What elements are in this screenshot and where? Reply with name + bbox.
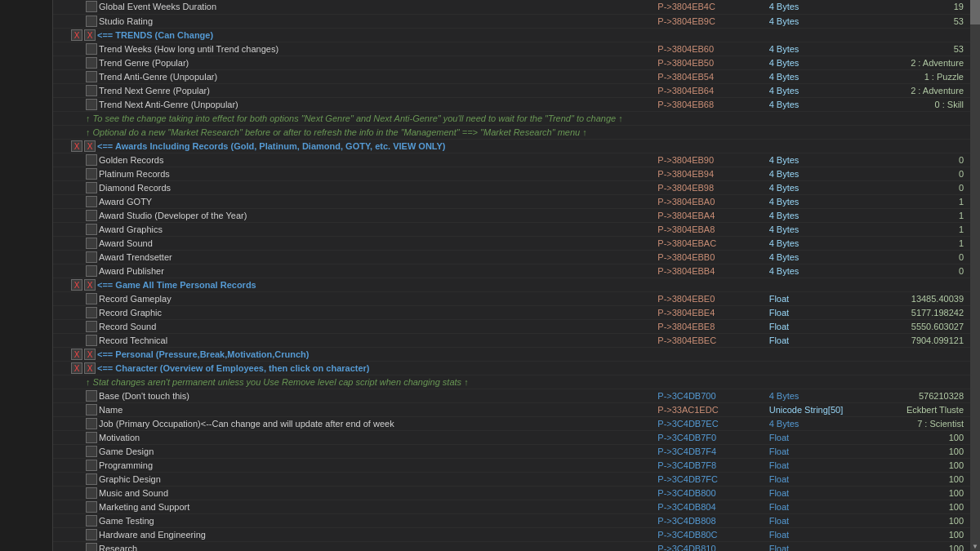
value-cell[interactable]: 19 [877,0,980,14]
table-row[interactable]: Award Studio (Developer of the Year)P->3… [53,208,980,222]
table-row[interactable]: Trend Anti-Genre (Unpopular)P->3804EB544… [53,69,980,83]
row-checkbox-x[interactable]: X [84,279,96,291]
table-row[interactable]: Game DesignP->3C4DB7F4Float100 [53,444,980,458]
value-cell[interactable]: 100 [877,527,980,541]
row-checkbox[interactable] [86,57,97,69]
value-cell[interactable]: 100 [877,500,980,513]
value-cell[interactable]: 100 [877,486,980,500]
row-checkbox-x[interactable]: X [84,349,96,360]
row-checkbox-x[interactable]: X [71,349,82,360]
row-checkbox[interactable] [86,43,97,55]
value-cell[interactable]: 0 [877,250,980,264]
table-row[interactable]: Award SoundP->3804EBAC4 Bytes1 [53,236,980,250]
table-row[interactable]: Record TechnicalP->3804EBECFloat7904.099… [53,333,980,347]
row-checkbox[interactable] [86,390,97,402]
value-cell[interactable]: 2 : Adventure [877,83,980,97]
row-checkbox-x[interactable]: X [71,29,82,41]
value-cell[interactable]: 0 : Skill [877,97,980,111]
row-checkbox-x[interactable]: X [84,29,96,41]
table-row[interactable]: Award TrendsetterP->3804EBB04 Bytes0 [53,250,980,264]
row-checkbox-x[interactable]: X [84,140,96,152]
value-cell[interactable]: 1 [877,222,980,236]
value-cell[interactable]: 1 [877,208,980,222]
row-checkbox[interactable] [86,404,97,415]
table-row[interactable]: Hardware and EngineeringP->3C4DB80CFloat… [53,527,980,541]
table-row[interactable]: Award PublisherP->3804EBB44 Bytes0 [53,264,980,278]
row-checkbox[interactable] [86,238,97,249]
row-checkbox[interactable] [86,307,97,318]
value-cell[interactable]: 5550.603027 [877,319,980,333]
table-row[interactable]: Record GameplayP->3804EBE0Float13485.400… [53,291,980,305]
table-row[interactable]: Marketing and SupportP->3C4DB804Float100 [53,500,980,513]
value-cell[interactable]: 2 : Adventure [877,56,980,69]
row-checkbox[interactable] [86,99,97,110]
row-checkbox[interactable] [86,321,97,332]
table-row[interactable]: Job (Primary Occupation)<--Can change an… [53,416,980,430]
row-checkbox[interactable] [86,418,97,429]
table-row[interactable]: Trend Next Genre (Popular)P->3804EB644 B… [53,83,980,97]
row-checkbox[interactable] [86,154,97,166]
row-checkbox[interactable] [86,71,97,82]
row-checkbox[interactable] [86,16,97,27]
table-row[interactable]: Music and SoundP->3C4DB800Float100 [53,486,980,500]
vertical-scrollbar[interactable]: ▲ ▼ [970,0,980,551]
row-checkbox[interactable] [86,543,97,552]
table-row[interactable]: Graphic DesignP->3C4DB7FCFloat100 [53,472,980,486]
scroll-down-arrow[interactable]: ▼ [970,541,980,551]
row-checkbox[interactable] [86,85,97,96]
table-row[interactable]: Global Event Weeks DurationP->3804EB4C4 … [53,0,980,14]
row-checkbox-x[interactable]: X [71,362,82,374]
row-checkbox[interactable] [86,168,97,180]
value-cell[interactable]: 1 [877,236,980,250]
row-checkbox-x[interactable]: X [84,362,96,374]
row-checkbox-x[interactable]: X [71,140,82,152]
table-row[interactable]: ResearchP->3C4DB810Float100 [53,541,980,551]
value-cell[interactable]: 100 [877,430,980,444]
value-cell[interactable]: 100 [877,513,980,527]
row-checkbox[interactable] [86,265,97,277]
value-cell[interactable]: 53 [877,42,980,56]
table-row[interactable]: Trend Next Anti-Genre (Unpopular)P->3804… [53,97,980,111]
value-cell[interactable]: 100 [877,458,980,472]
table-row[interactable]: Trend Genre (Popular)P->3804EB504 Bytes2… [53,56,980,69]
row-checkbox[interactable] [86,515,97,527]
value-cell[interactable]: 0 [877,180,980,194]
table-row[interactable]: Platinum RecordsP->3804EB944 Bytes0 [53,167,980,180]
value-cell[interactable]: 7904.099121 [877,333,980,347]
table-row[interactable]: Game TestingP->3C4DB808Float100 [53,513,980,527]
table-row[interactable]: Trend Weeks (How long until Trend change… [53,42,980,56]
row-checkbox[interactable] [86,487,97,499]
row-checkbox[interactable] [86,224,97,235]
value-cell[interactable]: 100 [877,444,980,458]
value-cell[interactable]: Eckbert Tluste [877,402,980,416]
row-checkbox[interactable] [86,210,97,221]
value-cell[interactable]: 100 [877,472,980,486]
value-cell[interactable]: 100 [877,541,980,551]
table-row[interactable]: Award GraphicsP->3804EBA84 Bytes1 [53,222,980,236]
value-cell[interactable]: 5177.198242 [877,305,980,319]
value-cell[interactable]: 0 [877,264,980,278]
table-row[interactable]: Record SoundP->3804EBE8Float5550.603027 [53,319,980,333]
table-row[interactable]: Golden RecordsP->3804EB904 Bytes0 [53,153,980,167]
value-cell[interactable]: 13485.40039 [877,291,980,305]
table-row[interactable]: Diamond RecordsP->3804EB984 Bytes0 [53,180,980,194]
row-checkbox[interactable] [86,196,97,207]
row-checkbox[interactable] [86,460,97,471]
row-checkbox[interactable] [86,251,97,263]
value-cell[interactable]: 1 [877,194,980,208]
table-row[interactable]: Award GOTYP->3804EBA04 Bytes1 [53,194,980,208]
value-cell[interactable]: 53 [877,14,980,28]
table-row[interactable]: Base (Don't touch this)P->3C4DB7004 Byte… [53,389,980,402]
row-checkbox[interactable] [86,473,97,485]
row-checkbox-x[interactable]: X [71,279,82,291]
value-cell[interactable]: 0 [877,167,980,180]
table-row[interactable]: ProgrammingP->3C4DB7F8Float100 [53,458,980,472]
value-cell[interactable]: 1 : Puzzle [877,69,980,83]
scroll-area[interactable]: Global Event Weeks DurationP->3804EB4C4 … [53,0,980,551]
row-checkbox[interactable] [86,182,97,193]
table-row[interactable]: NameP->33AC1EDCUnicode String[50]Eckbert… [53,402,980,416]
row-checkbox[interactable] [86,293,97,304]
value-cell[interactable]: 7 : Scientist [877,416,980,430]
value-cell[interactable]: 576210328 [877,389,980,402]
row-checkbox[interactable] [86,432,97,443]
